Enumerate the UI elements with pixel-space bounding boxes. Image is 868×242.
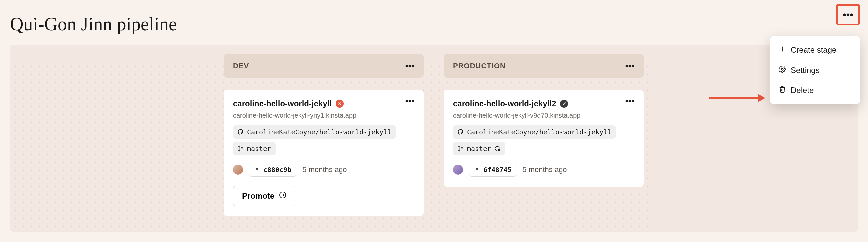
pipeline-board: DEV ••• caroline-hello-world-jekyll caro… [10, 45, 858, 232]
avatar [233, 165, 243, 175]
relative-time: 5 months ago [302, 165, 347, 174]
plus-icon [779, 46, 786, 55]
svg-point-13 [459, 146, 460, 147]
app-card: caroline-hello-world-jekyll2 caroline-he… [444, 89, 644, 187]
svg-point-14 [459, 150, 460, 151]
commit-hash: c880c9b [263, 166, 291, 174]
stage-dev: DEV ••• caroline-hello-world-jekyll caro… [223, 54, 424, 216]
app-card: caroline-hello-world-jekyll caroline-hel… [223, 89, 424, 216]
menu-delete[interactable]: Delete [770, 80, 860, 100]
github-icon [238, 129, 244, 135]
menu-label: Delete [790, 86, 814, 95]
svg-point-6 [239, 150, 240, 151]
stage-more-button[interactable]: ••• [405, 64, 414, 68]
svg-point-8 [256, 168, 257, 170]
app-url[interactable]: caroline-hello-world-jekyll-v9d70.kinsta… [453, 112, 581, 119]
commit-pill[interactable]: 6f48745 [469, 163, 517, 177]
branch-label: master [247, 145, 271, 153]
stage-name: PRODUCTION [453, 61, 506, 70]
repo-chip[interactable]: CarolineKateCoyne/hello-world-jekyll [453, 125, 616, 139]
svg-point-15 [462, 147, 463, 148]
branch-label: master [467, 145, 491, 153]
commit-icon [254, 166, 260, 174]
card-more-button[interactable]: ••• [625, 99, 634, 103]
avatar [453, 165, 463, 175]
promote-label: Promote [242, 191, 274, 200]
status-error-icon [336, 100, 344, 108]
svg-point-2 [781, 68, 783, 70]
svg-point-5 [239, 146, 240, 147]
card-more-button[interactable]: ••• [405, 99, 414, 103]
page-title: Qui-Gon Jinn pipeline [0, 0, 868, 45]
branch-icon [458, 146, 464, 152]
commit-hash: 6f48745 [484, 166, 512, 174]
menu-label: Settings [790, 65, 819, 75]
pipeline-more-menu: Create stage Settings Delete [770, 36, 860, 104]
stage-more-button[interactable]: ••• [625, 64, 634, 68]
svg-point-7 [242, 147, 243, 148]
branch-chip[interactable]: master [233, 142, 276, 156]
arrow-right-circle-icon [279, 191, 286, 200]
relative-time: 5 months ago [522, 165, 567, 174]
commit-pill[interactable]: c880c9b [249, 163, 296, 177]
status-ok-icon [560, 100, 568, 108]
commit-icon [474, 166, 480, 174]
menu-settings[interactable]: Settings [770, 60, 860, 80]
more-horizontal-icon: ••• [843, 12, 853, 17]
promote-button[interactable]: Promote [233, 186, 295, 206]
repo-label: CarolineKateCoyne/hello-world-jekyll [467, 128, 612, 136]
app-title[interactable]: caroline-hello-world-jekyll2 [453, 99, 556, 108]
branch-icon [238, 146, 244, 152]
trash-icon [779, 86, 786, 95]
repo-chip[interactable]: CarolineKateCoyne/hello-world-jekyll [233, 125, 396, 139]
stage-header: DEV ••• [223, 54, 424, 78]
app-title[interactable]: caroline-hello-world-jekyll [233, 99, 332, 108]
annotation-arrow [709, 97, 765, 100]
stage-header: PRODUCTION ••• [444, 54, 644, 78]
branch-chip[interactable]: master [453, 142, 505, 156]
github-icon [458, 129, 464, 135]
menu-label: Create stage [790, 46, 836, 55]
pipeline-more-button[interactable]: ••• [836, 4, 860, 25]
repo-label: CarolineKateCoyne/hello-world-jekyll [247, 128, 391, 136]
sync-icon [494, 146, 500, 152]
stage-production: PRODUCTION ••• caroline-hello-world-jeky… [444, 54, 644, 216]
app-url[interactable]: caroline-hello-world-jekyll-yriy1.kinsta… [233, 112, 356, 119]
svg-point-16 [476, 168, 478, 170]
menu-create-stage[interactable]: Create stage [770, 40, 860, 60]
stage-name: DEV [233, 61, 249, 70]
gear-icon [779, 65, 786, 75]
